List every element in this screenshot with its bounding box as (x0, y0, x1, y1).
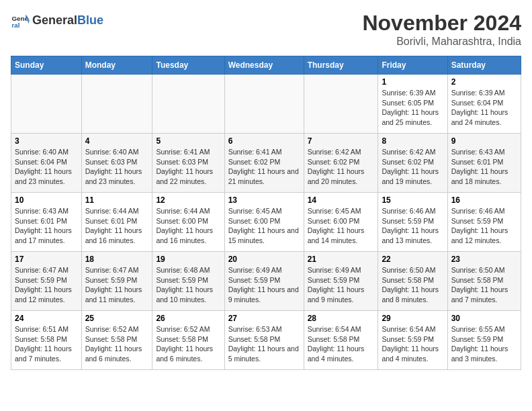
day-number: 11 (85, 195, 149, 205)
calendar-cell: 24Sunrise: 6:51 AM Sunset: 5:58 PM Dayli… (11, 311, 82, 370)
day-number: 30 (451, 314, 517, 323)
logo: Gene ral General Blue (11, 11, 103, 30)
calendar-table: Sunday Monday Tuesday Wednesday Thursday… (11, 56, 521, 370)
day-info: Sunrise: 6:49 AM Sunset: 5:59 PM Dayligh… (228, 265, 300, 305)
day-number: 3 (15, 136, 78, 146)
day-info: Sunrise: 6:47 AM Sunset: 5:59 PM Dayligh… (15, 265, 78, 305)
calendar-cell: 10Sunrise: 6:43 AM Sunset: 6:01 PM Dayli… (11, 193, 82, 252)
calendar-cell (304, 75, 378, 134)
day-info: Sunrise: 6:54 AM Sunset: 5:59 PM Dayligh… (382, 324, 443, 364)
calendar-cell: 22Sunrise: 6:50 AM Sunset: 5:58 PM Dayli… (378, 252, 447, 311)
header-saturday: Saturday (447, 56, 521, 75)
day-info: Sunrise: 6:51 AM Sunset: 5:58 PM Dayligh… (15, 324, 78, 364)
header-wednesday: Wednesday (224, 56, 304, 75)
calendar-week-2: 3Sunrise: 6:40 AM Sunset: 6:04 PM Daylig… (11, 134, 521, 193)
calendar-cell: 1Sunrise: 6:39 AM Sunset: 6:05 PM Daylig… (378, 75, 447, 134)
calendar-cell: 28Sunrise: 6:54 AM Sunset: 5:58 PM Dayli… (304, 311, 378, 370)
day-info: Sunrise: 6:50 AM Sunset: 5:58 PM Dayligh… (382, 265, 443, 305)
calendar-cell: 9Sunrise: 6:43 AM Sunset: 6:01 PM Daylig… (447, 134, 521, 193)
day-number: 12 (156, 195, 220, 205)
day-number: 26 (156, 314, 220, 323)
day-number: 8 (382, 136, 443, 146)
header-thursday: Thursday (304, 56, 378, 75)
day-info: Sunrise: 6:44 AM Sunset: 6:00 PM Dayligh… (156, 206, 220, 246)
calendar-cell: 23Sunrise: 6:50 AM Sunset: 5:58 PM Dayli… (447, 252, 521, 311)
day-number: 13 (228, 195, 300, 205)
day-info: Sunrise: 6:41 AM Sunset: 6:03 PM Dayligh… (156, 147, 220, 187)
day-number: 2 (451, 77, 517, 87)
header-friday: Friday (378, 56, 447, 75)
calendar-week-3: 10Sunrise: 6:43 AM Sunset: 6:01 PM Dayli… (11, 193, 521, 252)
logo-blue: Blue (77, 13, 103, 28)
day-number: 24 (15, 314, 78, 323)
day-info: Sunrise: 6:41 AM Sunset: 6:02 PM Dayligh… (228, 147, 300, 187)
header-monday: Monday (81, 56, 152, 75)
calendar-cell: 17Sunrise: 6:47 AM Sunset: 5:59 PM Dayli… (11, 252, 82, 311)
day-number: 25 (85, 314, 149, 323)
calendar-cell: 13Sunrise: 6:45 AM Sunset: 6:00 PM Dayli… (224, 193, 304, 252)
day-number: 6 (228, 136, 300, 146)
header-tuesday: Tuesday (152, 56, 224, 75)
day-info: Sunrise: 6:40 AM Sunset: 6:04 PM Dayligh… (15, 147, 78, 187)
calendar-subtitle: Borivli, Maharashtra, India (362, 36, 521, 48)
calendar-week-1: 1Sunrise: 6:39 AM Sunset: 6:05 PM Daylig… (11, 75, 521, 134)
day-number: 20 (228, 255, 300, 264)
day-number: 18 (85, 255, 149, 264)
day-info: Sunrise: 6:39 AM Sunset: 6:04 PM Dayligh… (451, 88, 517, 128)
calendar-cell: 3Sunrise: 6:40 AM Sunset: 6:04 PM Daylig… (11, 134, 82, 193)
day-info: Sunrise: 6:46 AM Sunset: 5:59 PM Dayligh… (382, 206, 443, 246)
calendar-cell: 29Sunrise: 6:54 AM Sunset: 5:59 PM Dayli… (378, 311, 447, 370)
page-header: Gene ral General Blue November 2024 Bori… (11, 11, 521, 48)
day-number: 17 (15, 255, 78, 264)
day-info: Sunrise: 6:39 AM Sunset: 6:05 PM Dayligh… (382, 88, 443, 128)
day-info: Sunrise: 6:53 AM Sunset: 5:58 PM Dayligh… (228, 324, 300, 364)
calendar-cell: 14Sunrise: 6:45 AM Sunset: 6:00 PM Dayli… (304, 193, 378, 252)
calendar-week-4: 17Sunrise: 6:47 AM Sunset: 5:59 PM Dayli… (11, 252, 521, 311)
calendar-cell: 7Sunrise: 6:42 AM Sunset: 6:02 PM Daylig… (304, 134, 378, 193)
calendar-cell (81, 75, 152, 134)
calendar-cell: 30Sunrise: 6:55 AM Sunset: 5:59 PM Dayli… (447, 311, 521, 370)
day-info: Sunrise: 6:40 AM Sunset: 6:03 PM Dayligh… (85, 147, 149, 187)
day-info: Sunrise: 6:45 AM Sunset: 6:00 PM Dayligh… (308, 206, 375, 246)
svg-text:ral: ral (11, 21, 19, 29)
day-info: Sunrise: 6:54 AM Sunset: 5:58 PM Dayligh… (308, 324, 375, 364)
day-info: Sunrise: 6:55 AM Sunset: 5:59 PM Dayligh… (451, 324, 517, 364)
day-number: 22 (382, 255, 443, 264)
day-number: 15 (382, 195, 443, 205)
day-number: 9 (451, 136, 517, 146)
weekday-header-row: Sunday Monday Tuesday Wednesday Thursday… (11, 56, 521, 75)
calendar-cell: 19Sunrise: 6:48 AM Sunset: 5:59 PM Dayli… (152, 252, 224, 311)
title-block: November 2024 Borivli, Maharashtra, Indi… (362, 11, 521, 48)
day-info: Sunrise: 6:48 AM Sunset: 5:59 PM Dayligh… (156, 265, 220, 305)
day-number: 16 (451, 195, 517, 205)
calendar-cell: 5Sunrise: 6:41 AM Sunset: 6:03 PM Daylig… (152, 134, 224, 193)
calendar-cell: 27Sunrise: 6:53 AM Sunset: 5:58 PM Dayli… (224, 311, 304, 370)
day-info: Sunrise: 6:42 AM Sunset: 6:02 PM Dayligh… (382, 147, 443, 187)
logo-icon: Gene ral (11, 11, 30, 30)
day-number: 29 (382, 314, 443, 323)
calendar-cell: 4Sunrise: 6:40 AM Sunset: 6:03 PM Daylig… (81, 134, 152, 193)
day-info: Sunrise: 6:52 AM Sunset: 5:58 PM Dayligh… (85, 324, 149, 364)
day-number: 14 (308, 195, 375, 205)
day-info: Sunrise: 6:50 AM Sunset: 5:58 PM Dayligh… (451, 265, 517, 305)
day-info: Sunrise: 6:46 AM Sunset: 5:59 PM Dayligh… (451, 206, 517, 246)
day-number: 27 (228, 314, 300, 323)
calendar-cell: 18Sunrise: 6:47 AM Sunset: 5:59 PM Dayli… (81, 252, 152, 311)
day-info: Sunrise: 6:44 AM Sunset: 6:01 PM Dayligh… (85, 206, 149, 246)
calendar-cell: 26Sunrise: 6:52 AM Sunset: 5:58 PM Dayli… (152, 311, 224, 370)
day-number: 23 (451, 255, 517, 264)
calendar-cell: 2Sunrise: 6:39 AM Sunset: 6:04 PM Daylig… (447, 75, 521, 134)
calendar-cell: 8Sunrise: 6:42 AM Sunset: 6:02 PM Daylig… (378, 134, 447, 193)
calendar-cell: 15Sunrise: 6:46 AM Sunset: 5:59 PM Dayli… (378, 193, 447, 252)
day-number: 21 (308, 255, 375, 264)
calendar-cell: 25Sunrise: 6:52 AM Sunset: 5:58 PM Dayli… (81, 311, 152, 370)
calendar-cell (152, 75, 224, 134)
day-number: 10 (15, 195, 78, 205)
calendar-cell: 11Sunrise: 6:44 AM Sunset: 6:01 PM Dayli… (81, 193, 152, 252)
day-number: 7 (308, 136, 375, 146)
day-info: Sunrise: 6:49 AM Sunset: 5:59 PM Dayligh… (308, 265, 375, 305)
calendar-cell (11, 75, 82, 134)
day-info: Sunrise: 6:43 AM Sunset: 6:01 PM Dayligh… (451, 147, 517, 187)
day-number: 28 (308, 314, 375, 323)
calendar-cell: 6Sunrise: 6:41 AM Sunset: 6:02 PM Daylig… (224, 134, 304, 193)
